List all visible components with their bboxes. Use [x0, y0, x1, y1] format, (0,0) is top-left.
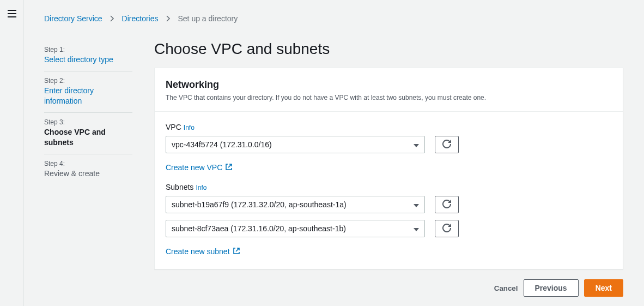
subnet-1-select[interactable]: subnet-b19a67f9 (172.31.32.0/20, ap-sout…	[166, 196, 425, 213]
step-name: Select directory type	[44, 55, 132, 65]
next-button[interactable]: Next	[584, 279, 623, 297]
subnet-2-selected-value: subnet-8cf73aea (172.31.16.0/20, ap-sout…	[172, 224, 346, 233]
vpc-refresh-button[interactable]	[435, 136, 459, 153]
vpc-selected-value: vpc-434f5724 (172.31.0.0/16)	[172, 140, 272, 149]
create-new-vpc-link[interactable]: Create new VPC	[166, 163, 232, 172]
create-new-subnet-link[interactable]: Create new subnet	[166, 247, 240, 256]
cancel-button[interactable]: Cancel	[494, 284, 518, 292]
vpc-field-group: VPC Info vpc-434f5724 (172.31.0.0/16)	[166, 123, 612, 172]
subnets-field-group: Subnets Info subnet-b19a67f9 (172.31.32.…	[166, 183, 612, 256]
open-sidebar-icon[interactable]	[8, 10, 16, 17]
step-4: Step 4: Review & create	[44, 154, 132, 185]
subnet-1-refresh-button[interactable]	[435, 196, 459, 213]
page-title: Choose VPC and subnets	[154, 40, 623, 58]
panel-heading: Networking	[166, 79, 612, 91]
chevron-down-icon	[414, 200, 419, 209]
wizard-steps: Step 1: Select directory type Step 2: En…	[44, 40, 132, 185]
breadcrumb-directories[interactable]: Directories	[122, 14, 159, 23]
refresh-icon	[442, 140, 451, 150]
chevron-right-icon	[110, 15, 114, 22]
create-new-subnet-label: Create new subnet	[166, 247, 230, 256]
step-label: Step 2:	[44, 77, 132, 85]
step-name: Choose VPC and subnets	[44, 127, 132, 148]
wizard-footer: Cancel Previous Next	[154, 279, 623, 297]
external-link-icon	[233, 247, 240, 256]
external-link-icon	[226, 163, 232, 172]
step-name: Enter directory information	[44, 86, 132, 107]
step-label: Step 4:	[44, 160, 132, 167]
chevron-down-icon	[414, 140, 419, 149]
subnets-info-link[interactable]: Info	[196, 184, 206, 191]
subnet-2-refresh-button[interactable]	[435, 220, 459, 237]
panel-description: The VPC that contains your directory. If…	[166, 93, 612, 103]
step-2[interactable]: Step 2: Enter directory information	[44, 71, 132, 113]
create-new-vpc-label: Create new VPC	[166, 163, 222, 172]
breadcrumb: Directory Service Directories Set up a d…	[44, 0, 623, 40]
step-label: Step 1:	[44, 46, 132, 53]
step-1[interactable]: Step 1: Select directory type	[44, 40, 132, 71]
networking-panel: Networking The VPC that contains your di…	[154, 68, 623, 269]
subnet-2-select[interactable]: subnet-8cf73aea (172.31.16.0/20, ap-sout…	[166, 220, 425, 237]
refresh-icon	[442, 200, 451, 210]
subnets-label: Subnets	[166, 183, 193, 191]
vpc-select[interactable]: vpc-434f5724 (172.31.0.0/16)	[166, 136, 425, 153]
breadcrumb-directory-service[interactable]: Directory Service	[44, 14, 102, 23]
refresh-icon	[442, 224, 451, 234]
step-name: Review & create	[44, 169, 132, 179]
chevron-down-icon	[414, 224, 419, 233]
step-label: Step 3:	[44, 118, 132, 126]
chevron-right-icon	[166, 15, 171, 22]
previous-button[interactable]: Previous	[524, 279, 579, 297]
vpc-label: VPC	[166, 123, 181, 131]
step-3: Step 3: Choose VPC and subnets	[44, 113, 132, 154]
subnet-1-selected-value: subnet-b19a67f9 (172.31.32.0/20, ap-sout…	[172, 200, 347, 209]
breadcrumb-current: Set up a directory	[178, 14, 238, 23]
vpc-info-link[interactable]: Info	[184, 124, 195, 131]
